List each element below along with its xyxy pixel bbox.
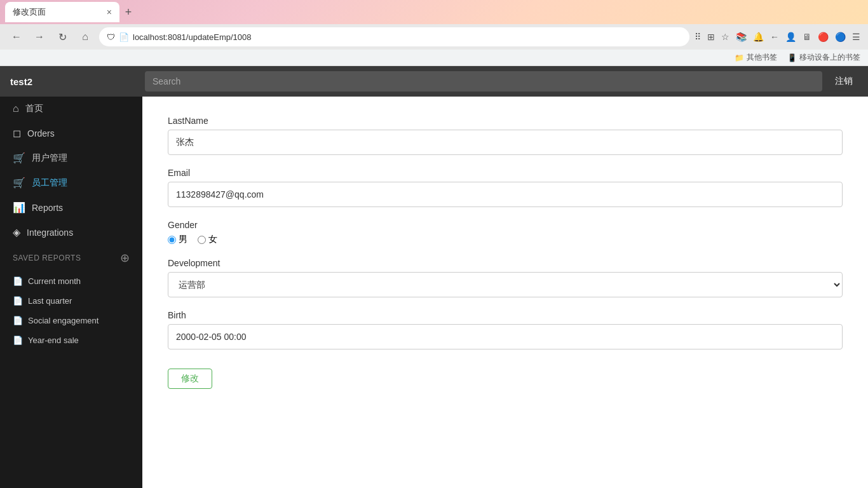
reload-button[interactable]: ↻ [53, 28, 71, 46]
submit-button[interactable]: 修改 [168, 369, 212, 389]
app-header: test2 注销 [0, 66, 868, 97]
folder-icon: 📁 [735, 53, 744, 62]
tab-bar: 修改页面 × + [0, 0, 868, 24]
saved-reports-section: SAVED REPORTS ⊕ [0, 245, 142, 271]
logout-button[interactable]: 注销 [830, 73, 858, 90]
screenshot-icon[interactable]: 🖥 [803, 32, 811, 42]
sidebar-item-user-mgmt[interactable]: 🛒 用户管理 [0, 146, 142, 170]
app-title: test2 [10, 76, 137, 87]
email-label: Email [168, 168, 843, 178]
report-current-month-label: Current month [28, 276, 81, 286]
bookmark-mobile[interactable]: 📱 移动设备上的书签 [787, 52, 860, 63]
tab-title: 修改页面 [13, 6, 46, 18]
reports-icon: 📊 [13, 201, 25, 214]
report-doc-icon-3: 📄 [13, 316, 23, 325]
birth-input[interactable] [168, 324, 843, 349]
sidebar: ⌂ 首页 ◻ Orders 🛒 用户管理 🛒 员工管理 📊 Reports ◈ [0, 97, 142, 488]
sidebar-item-reports-label: Reports [32, 203, 63, 213]
user-mgmt-icon: 🛒 [13, 152, 25, 164]
bookmark-mobile-label: 移动设备上的书签 [799, 52, 860, 63]
lastname-group: LastName [168, 116, 843, 155]
email-input[interactable] [168, 182, 843, 207]
birth-label: Birth [168, 310, 843, 320]
home-icon: ⌂ [13, 103, 19, 114]
bookmark-other-label: 其他书签 [747, 52, 777, 63]
orders-icon: ◻ [13, 127, 21, 139]
active-tab[interactable]: 修改页面 × [5, 2, 119, 22]
address-bar: ← → ↻ ⌂ 🛡 📄 localhost:8081/updateEmp/100… [0, 24, 868, 50]
back-button[interactable]: ← [8, 28, 25, 46]
report-doc-icon-4: 📄 [13, 336, 23, 345]
adblock-icon[interactable]: 🔴 [818, 32, 829, 42]
profile-icon[interactable]: 👤 [785, 32, 796, 42]
gender-female-radio[interactable] [198, 236, 206, 244]
sidebar-item-reports[interactable]: 📊 Reports [0, 195, 142, 220]
sidebar-item-home[interactable]: ⌂ 首页 [0, 97, 142, 121]
bookmark-star-icon[interactable]: ☆ [721, 32, 729, 42]
new-tab-button[interactable]: + [119, 3, 137, 21]
notification-icon[interactable]: 🔔 [753, 32, 764, 42]
menu-icon[interactable]: ☰ [852, 32, 860, 42]
lastname-label: LastName [168, 116, 843, 126]
app-container: test2 注销 ⌂ 首页 ◻ Orders 🛒 用户管理 🛒 员工管理 [0, 66, 868, 488]
sidebar-item-home-label: 首页 [25, 103, 43, 114]
development-group: Development 运营部 技术部 人事部 财务部 [168, 258, 843, 297]
birth-group: Birth [168, 310, 843, 349]
saved-reports-title: SAVED REPORTS [13, 254, 81, 262]
translate2-icon[interactable]: 🔵 [835, 32, 846, 42]
add-report-button[interactable]: ⊕ [120, 251, 130, 265]
lastname-input[interactable] [168, 130, 843, 155]
reading-mode-icon[interactable]: 📚 [736, 32, 747, 42]
report-last-quarter-label: Last quarter [28, 296, 72, 306]
gender-male-label: 男 [179, 234, 187, 245]
home-button[interactable]: ⌂ [76, 28, 94, 46]
sidebar-item-user-mgmt-label: 用户管理 [32, 152, 67, 164]
page-icon: 📄 [119, 32, 129, 42]
browser-window: 修改页面 × + ← → ↻ ⌂ 🛡 📄 localhost:8081/upda… [0, 0, 868, 66]
bookmark-other[interactable]: 📁 其他书签 [735, 52, 777, 63]
gender-male-radio[interactable] [168, 236, 176, 244]
sidebar-item-orders-label: Orders [27, 128, 55, 139]
address-icons: ⠿ ⊞ ☆ 📚 🔔 ← 👤 🖥 🔴 🔵 ☰ [695, 32, 860, 42]
tab-close-button[interactable]: × [107, 7, 112, 17]
shield-icon: 🛡 [107, 32, 115, 42]
email-group: Email [168, 168, 843, 207]
gender-group: Gender 男 女 [168, 220, 843, 245]
development-label: Development [168, 258, 843, 268]
url-text: localhost:8081/updateEmp/1008 [133, 32, 251, 42]
gender-male-option[interactable]: 男 [168, 234, 187, 245]
sidebar-item-emp-mgmt-label: 员工管理 [32, 177, 67, 189]
report-current-month[interactable]: 📄 Current month [0, 271, 142, 291]
main-content: LastName Email Gender 男 女 [142, 97, 868, 488]
gender-label: Gender [168, 220, 843, 230]
report-year-end-sale-label: Year-end sale [28, 336, 79, 345]
gender-female-option[interactable]: 女 [198, 234, 217, 245]
translate-icon[interactable]: ⊞ [707, 32, 715, 42]
sidebar-item-integrations[interactable]: ◈ Integrations [0, 220, 142, 245]
address-input-wrap[interactable]: 🛡 📄 localhost:8081/updateEmp/1008 [99, 27, 689, 46]
forward-button[interactable]: → [31, 28, 48, 46]
sidebar-item-orders[interactable]: ◻ Orders [0, 121, 142, 146]
back2-icon[interactable]: ← [770, 32, 779, 42]
app-body: ⌂ 首页 ◻ Orders 🛒 用户管理 🛒 员工管理 📊 Reports ◈ [0, 97, 868, 488]
emp-mgmt-icon: 🛒 [13, 177, 25, 189]
search-input[interactable] [145, 71, 822, 92]
report-doc-icon-2: 📄 [13, 296, 23, 306]
bookmarks-bar: 📁 其他书签 📱 移动设备上的书签 [0, 50, 868, 66]
gender-options: 男 女 [168, 234, 843, 245]
report-social-engagement-label: Social engagement [28, 316, 98, 325]
report-last-quarter[interactable]: 📄 Last quarter [0, 291, 142, 311]
report-doc-icon-1: 📄 [13, 276, 23, 286]
sidebar-item-integrations-label: Integrations [27, 227, 73, 238]
sidebar-item-emp-mgmt[interactable]: 🛒 员工管理 [0, 170, 142, 195]
mobile-icon: 📱 [787, 53, 797, 62]
development-select[interactable]: 运营部 技术部 人事部 财务部 [168, 272, 843, 297]
extensions-icon[interactable]: ⠿ [695, 32, 701, 42]
integrations-icon: ◈ [13, 226, 20, 238]
gender-female-label: 女 [208, 234, 217, 245]
report-year-end-sale[interactable]: 📄 Year-end sale [0, 330, 142, 350]
report-social-engagement[interactable]: 📄 Social engagement [0, 311, 142, 330]
